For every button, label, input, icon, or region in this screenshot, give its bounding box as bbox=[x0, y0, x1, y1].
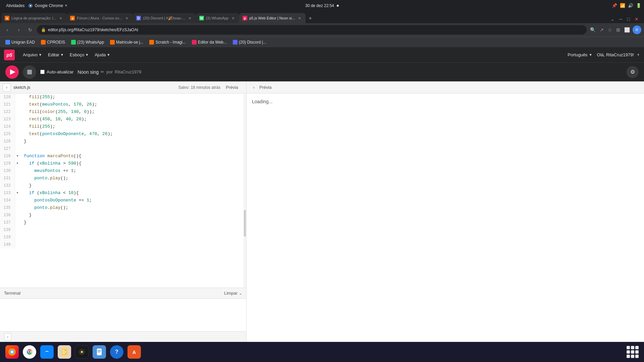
maximize-button[interactable]: □ bbox=[626, 15, 631, 23]
line-content-127 bbox=[20, 145, 244, 153]
fold-136[interactable] bbox=[15, 212, 20, 219]
menu-esboco[interactable]: Esboço ▼ bbox=[67, 51, 91, 59]
browser-tab-5[interactable]: p p5.js Web Editor | Noon si... ✕ bbox=[239, 13, 306, 23]
share-icon[interactable]: ↗ bbox=[598, 26, 605, 34]
play-button[interactable] bbox=[5, 65, 19, 79]
menu-arquivo[interactable]: Arquivo ▼ bbox=[20, 51, 45, 59]
bottom-expand-button[interactable]: › bbox=[4, 333, 11, 341]
fold-126[interactable] bbox=[15, 138, 20, 145]
cast-icon[interactable]: ⬜ bbox=[623, 26, 631, 34]
tab3-close[interactable]: ✕ bbox=[187, 15, 193, 21]
p5-toolbar: Auto-atualizar Noon sing ✏ por RitaCruz1… bbox=[0, 63, 644, 81]
fold-123[interactable] bbox=[15, 116, 20, 123]
forward-button[interactable]: › bbox=[14, 25, 23, 35]
fold-133[interactable]: ▼ bbox=[15, 189, 20, 197]
fold-128[interactable]: ▼ bbox=[15, 153, 20, 160]
language-selector[interactable]: Português ▼ bbox=[566, 51, 594, 59]
scrollbar-thumb[interactable] bbox=[244, 210, 246, 237]
reload-button[interactable]: ↻ bbox=[25, 25, 35, 35]
fold-129[interactable]: ▼ bbox=[15, 160, 20, 167]
taskbar-software-center[interactable]: A bbox=[127, 345, 141, 359]
fold-139[interactable] bbox=[15, 234, 20, 241]
fold-134[interactable] bbox=[15, 197, 20, 204]
auto-update-checkbox[interactable] bbox=[40, 70, 45, 74]
menu-editar[interactable]: Editar ▼ bbox=[45, 51, 66, 59]
menu-editar-arrow: ▼ bbox=[60, 53, 64, 57]
line-content-136: } bbox=[20, 212, 244, 219]
bookmark-discord[interactable]: (20) Discord |... bbox=[230, 39, 269, 46]
fold-135[interactable] bbox=[15, 204, 20, 212]
bookmark-unigran[interactable]: Unigran EAD bbox=[3, 39, 38, 46]
fold-125[interactable] bbox=[15, 130, 20, 138]
appname-arrow[interactable]: ▼ bbox=[64, 4, 68, 7]
taskbar-help[interactable]: ? bbox=[110, 345, 123, 359]
fold-138[interactable] bbox=[15, 226, 20, 234]
pin-icon[interactable]: 📌 bbox=[612, 3, 617, 8]
line-num-134: 134 bbox=[0, 197, 15, 204]
wifi-icon[interactable]: 📶 bbox=[620, 3, 625, 8]
taskbar-files[interactable] bbox=[58, 345, 71, 359]
battery-icon[interactable]: 🔋 bbox=[636, 3, 641, 8]
browser-tab-3[interactable]: D (20) Discord | #🎉boas-... ✕ bbox=[133, 13, 196, 23]
preview-header-label: Prévia bbox=[259, 85, 272, 90]
bookmark-scratch[interactable]: Scratch - Imagi... bbox=[147, 39, 189, 46]
preview-tab-label[interactable]: Prévia bbox=[220, 85, 244, 90]
fold-131[interactable] bbox=[15, 175, 20, 182]
fold-127[interactable] bbox=[15, 145, 20, 153]
activities-label[interactable]: Atividades bbox=[3, 3, 28, 8]
bookmark-matricule[interactable]: Matricule-se j... bbox=[107, 39, 146, 46]
browser-tab-2[interactable]: a Fórum | Alura - Cursos on... ✕ bbox=[67, 13, 133, 23]
preview-collapse-button[interactable]: ‹ bbox=[251, 84, 257, 91]
taskbar-chrome[interactable] bbox=[23, 345, 36, 359]
user-dropdown-arrow[interactable]: ▼ bbox=[637, 53, 640, 57]
file-tree-toggle[interactable]: › bbox=[3, 83, 11, 92]
extensions-icon[interactable]: ⊞ bbox=[615, 26, 622, 34]
code-area[interactable]: 120 fill(255); 121 text(meusPontos, 170,… bbox=[0, 94, 244, 288]
browser-tab-4[interactable]: W (3) WhatsApp ✕ bbox=[196, 13, 239, 23]
tab1-close[interactable]: ✕ bbox=[58, 15, 63, 21]
profile-avatar[interactable]: R bbox=[633, 25, 641, 34]
fold-120[interactable] bbox=[15, 94, 20, 101]
lens-icon[interactable]: 🔍 bbox=[589, 26, 597, 34]
fold-137[interactable] bbox=[15, 219, 20, 226]
taskbar-doc-viewer[interactable] bbox=[93, 345, 106, 359]
bookmark-cproeis[interactable]: CPROEIS bbox=[38, 39, 68, 46]
line-num-121: 121 bbox=[0, 101, 15, 108]
menu-ajuda[interactable]: Ajuda ▼ bbox=[92, 51, 113, 59]
line-content-124: fill(255); bbox=[20, 123, 244, 130]
fold-140[interactable] bbox=[15, 241, 20, 248]
taskbar-apps-grid-button[interactable] bbox=[627, 346, 639, 358]
new-tab-button[interactable]: + bbox=[306, 14, 315, 23]
close-window-button[interactable]: ✕ bbox=[633, 15, 640, 23]
tab4-close[interactable]: ✕ bbox=[230, 15, 236, 21]
taskbar-firefox[interactable] bbox=[5, 345, 19, 359]
editor-file-tab[interactable]: sketch.js bbox=[13, 85, 31, 90]
line-content-125: text(pontosDoOponente, 470, 26); bbox=[20, 130, 244, 138]
fold-122[interactable] bbox=[15, 108, 20, 116]
bookmark-unigran-label: Unigran EAD bbox=[11, 40, 35, 45]
back-button[interactable]: ‹ bbox=[3, 25, 12, 35]
edit-pencil-icon[interactable]: ✏ bbox=[101, 69, 104, 74]
tab2-close[interactable]: ✕ bbox=[124, 15, 129, 21]
tab-list-button[interactable]: ⌄ bbox=[609, 15, 616, 23]
line-num-136: 136 bbox=[0, 212, 15, 219]
tab5-close[interactable]: ✕ bbox=[297, 15, 302, 21]
taskbar-thunderbird[interactable] bbox=[40, 345, 54, 359]
taskbar-rhythmbox[interactable] bbox=[75, 345, 89, 359]
stop-button[interactable] bbox=[23, 65, 36, 79]
terminal-clear-button[interactable]: Limpar ⌄ bbox=[224, 291, 242, 296]
address-input[interactable]: 🔒 editor.p5js.org/RitaCruz1979/sketches/… bbox=[37, 25, 587, 35]
fold-121[interactable] bbox=[15, 101, 20, 108]
code-vertical-scrollbar[interactable] bbox=[244, 94, 246, 288]
browser-tab-1[interactable]: a Lógica de programação: l... ✕ bbox=[1, 13, 67, 23]
fold-124[interactable] bbox=[15, 123, 20, 130]
fold-132[interactable] bbox=[15, 182, 20, 189]
code-line-140: 140 bbox=[0, 241, 244, 248]
bookmark-whatsapp[interactable]: (23) WhatsApp bbox=[68, 39, 107, 46]
settings-button[interactable]: ⚙ bbox=[627, 66, 639, 78]
bookmark-editor[interactable]: Editor da Web... bbox=[189, 39, 229, 46]
bookmark-star-icon[interactable]: ☆ bbox=[606, 26, 613, 34]
minimize-button[interactable]: ─ bbox=[618, 15, 624, 23]
fold-130[interactable] bbox=[15, 167, 20, 175]
volume-icon[interactable]: 🔊 bbox=[628, 3, 633, 8]
